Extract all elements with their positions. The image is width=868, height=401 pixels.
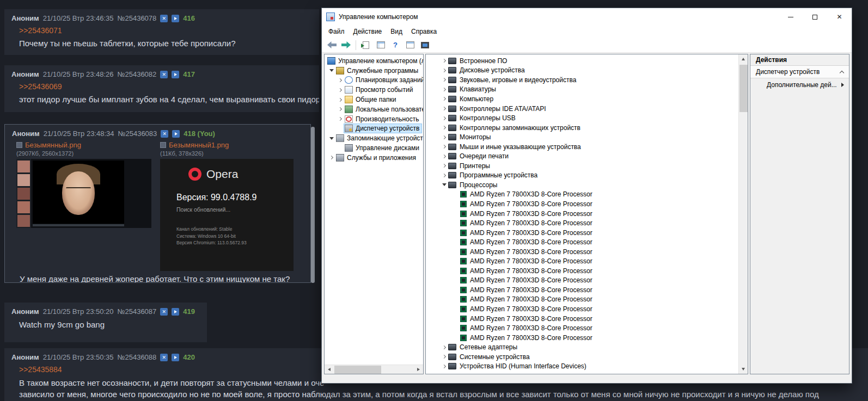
device-category-row[interactable]: Контроллеры USB bbox=[426, 113, 738, 123]
device-category-row[interactable]: Компьютер bbox=[426, 94, 738, 104]
menu-item-Файл[interactable]: Файл bbox=[324, 26, 349, 37]
device-item-row[interactable]: AMD Ryzen 7 7800X3D 8-Core Processor bbox=[426, 247, 738, 257]
scroll-left-arrow[interactable] bbox=[325, 365, 334, 374]
chevron-slot[interactable] bbox=[336, 98, 344, 101]
device-item-row[interactable]: AMD Ryzen 7 7800X3D 8-Core Processor bbox=[426, 228, 738, 238]
device-category-row[interactable]: Принтеры bbox=[426, 161, 738, 171]
hide-post-icon[interactable]: ✕ bbox=[161, 130, 168, 138]
chevron-slot[interactable] bbox=[327, 156, 335, 159]
device-category-row[interactable]: Устройства HID (Human Interface Devices) bbox=[426, 362, 738, 372]
scrollbar-thumb[interactable] bbox=[334, 366, 381, 374]
device-category-row[interactable]: Встроенное ПО bbox=[426, 56, 738, 66]
tree-item-row[interactable]: Управление дисками bbox=[325, 143, 423, 153]
tree-item-row[interactable]: Служебные программы bbox=[325, 66, 423, 76]
expand-post-icon[interactable] bbox=[172, 354, 179, 361]
chevron-slot[interactable] bbox=[440, 78, 448, 81]
tree-item-row[interactable]: Просмотр событий bbox=[325, 85, 423, 95]
device-category-row[interactable]: Клавиатуры bbox=[426, 85, 738, 95]
menu-item-Вид[interactable]: Вид bbox=[386, 26, 407, 37]
post-number-link[interactable]: №25436082 bbox=[118, 70, 157, 78]
attachment-thumbnail-opera-about[interactable]: Opera Версия: 99.0.4788.9 Поиск обновлен… bbox=[160, 159, 294, 271]
chevron-slot[interactable] bbox=[440, 88, 448, 91]
tree-item-row[interactable]: Общие папки bbox=[325, 95, 423, 104]
tree-item-row[interactable]: Локальные пользовате bbox=[325, 104, 423, 114]
tree-item-row[interactable]: Запоминающие устройст bbox=[325, 133, 423, 143]
expand-post-icon[interactable] bbox=[172, 130, 180, 138]
chevron-slot[interactable] bbox=[440, 126, 448, 129]
chevron-slot[interactable] bbox=[440, 136, 448, 139]
tree-item-row[interactable]: Службы и приложения bbox=[325, 153, 423, 163]
scroll-down-arrow[interactable] bbox=[739, 365, 748, 374]
vertical-scrollbar[interactable] bbox=[738, 54, 748, 374]
attachment-filename-link[interactable]: Безымянный1.png bbox=[160, 141, 294, 149]
chevron-slot[interactable] bbox=[440, 174, 448, 177]
device-item-row[interactable]: AMD Ryzen 7 7800X3D 8-Core Processor bbox=[426, 266, 738, 276]
chevron-slot[interactable] bbox=[327, 137, 335, 140]
device-category-row[interactable]: Очереди печати bbox=[426, 151, 738, 161]
chevron-up-icon[interactable] bbox=[840, 70, 844, 75]
post-number-link[interactable]: №25436078 bbox=[118, 14, 157, 22]
minimize-button[interactable] bbox=[778, 8, 803, 26]
device-item-row[interactable]: AMD Ryzen 7 7800X3D 8-Core Processor bbox=[426, 256, 738, 266]
device-category-row[interactable]: Контроллеры запоминающих устройств bbox=[426, 123, 738, 133]
device-category-row[interactable]: Программные устройства bbox=[426, 171, 738, 181]
device-item-row[interactable]: AMD Ryzen 7 7800X3D 8-Core Processor bbox=[426, 323, 738, 333]
horizontal-scrollbar[interactable] bbox=[325, 365, 423, 374]
device-item-row[interactable]: AMD Ryzen 7 7800X3D 8-Core Processor bbox=[426, 199, 738, 209]
attachment-filename[interactable]: Безымянный.png bbox=[25, 141, 81, 149]
device-item-row[interactable]: AMD Ryzen 7 7800X3D 8-Core Processor bbox=[426, 333, 738, 343]
board-scrollbar-thumb[interactable] bbox=[311, 127, 315, 283]
device-item-row[interactable]: AMD Ryzen 7 7800X3D 8-Core Processor bbox=[426, 314, 738, 324]
reply-link[interactable]: >>25435884 bbox=[19, 365, 62, 374]
device-item-row[interactable]: AMD Ryzen 7 7800X3D 8-Core Processor bbox=[426, 190, 738, 200]
close-button[interactable]: ✕ bbox=[827, 8, 852, 26]
chevron-slot[interactable] bbox=[336, 118, 344, 120]
device-category-row[interactable]: Дисковые устройства bbox=[426, 66, 738, 76]
maximize-button[interactable] bbox=[803, 8, 827, 26]
hide-post-icon[interactable]: ✕ bbox=[160, 15, 168, 22]
menu-item-Действие[interactable]: Действие bbox=[349, 26, 387, 37]
device-category-row[interactable]: Процессоры bbox=[426, 180, 738, 190]
actions-device-manager-section[interactable]: Диспетчер устройств bbox=[750, 66, 849, 78]
expand-post-icon[interactable] bbox=[172, 15, 179, 22]
scroll-up-arrow[interactable] bbox=[739, 54, 748, 64]
device-item-row[interactable]: AMD Ryzen 7 7800X3D 8-Core Processor bbox=[426, 285, 738, 295]
menu-item-Справка[interactable]: Справка bbox=[407, 26, 441, 37]
attachment-thumbnail-video-screenshot[interactable] bbox=[16, 159, 151, 228]
device-category-row[interactable]: Системные устройства bbox=[426, 352, 738, 362]
scrollbar-thumb[interactable] bbox=[739, 65, 748, 112]
back-button[interactable] bbox=[327, 41, 337, 48]
chevron-slot[interactable] bbox=[336, 108, 344, 110]
tree-item-row[interactable]: Планировщик заданий bbox=[325, 76, 423, 85]
device-category-row[interactable]: Мыши и иные указывающие устройства bbox=[426, 142, 738, 152]
reply-link[interactable]: >>25436069 bbox=[19, 82, 62, 91]
chevron-slot[interactable] bbox=[440, 69, 448, 72]
device-item-row[interactable]: AMD Ryzen 7 7800X3D 8-Core Processor bbox=[426, 304, 738, 314]
show-console-tree-button[interactable] bbox=[376, 40, 386, 50]
forward-button[interactable] bbox=[341, 41, 351, 48]
chevron-slot[interactable] bbox=[440, 365, 448, 368]
attachment-filename-link[interactable]: Безымянный.png bbox=[16, 141, 151, 149]
hide-post-icon[interactable]: ✕ bbox=[160, 354, 168, 361]
device-item-row[interactable]: AMD Ryzen 7 7800X3D 8-Core Processor bbox=[426, 237, 738, 247]
scroll-right-arrow[interactable] bbox=[414, 365, 423, 374]
expand-post-icon[interactable] bbox=[172, 308, 179, 316]
chevron-slot[interactable] bbox=[440, 346, 448, 349]
tree-item-row[interactable]: Производительность bbox=[325, 114, 423, 124]
device-category-row[interactable]: Звуковые, игровые и видеоустройства bbox=[426, 75, 738, 85]
chevron-slot[interactable] bbox=[440, 355, 448, 358]
chevron-slot[interactable] bbox=[440, 164, 448, 167]
device-item-row[interactable]: AMD Ryzen 7 7800X3D 8-Core Processor bbox=[426, 295, 738, 305]
chevron-slot[interactable] bbox=[440, 97, 448, 100]
title-bar[interactable]: Управление компьютером ✕ bbox=[322, 8, 852, 26]
file-search-icon[interactable] bbox=[16, 142, 22, 148]
hide-post-icon[interactable]: ✕ bbox=[160, 308, 168, 316]
chevron-slot[interactable] bbox=[440, 117, 448, 120]
chevron-slot[interactable] bbox=[440, 145, 448, 148]
device-item-row[interactable]: AMD Ryzen 7 7800X3D 8-Core Processor bbox=[426, 218, 738, 228]
chevron-slot[interactable] bbox=[327, 69, 335, 72]
attachment-filename[interactable]: Безымянный1.png bbox=[169, 141, 229, 149]
chevron-slot[interactable] bbox=[336, 89, 344, 91]
scan-hardware-button[interactable] bbox=[420, 40, 430, 50]
export-list-button[interactable] bbox=[361, 40, 371, 50]
